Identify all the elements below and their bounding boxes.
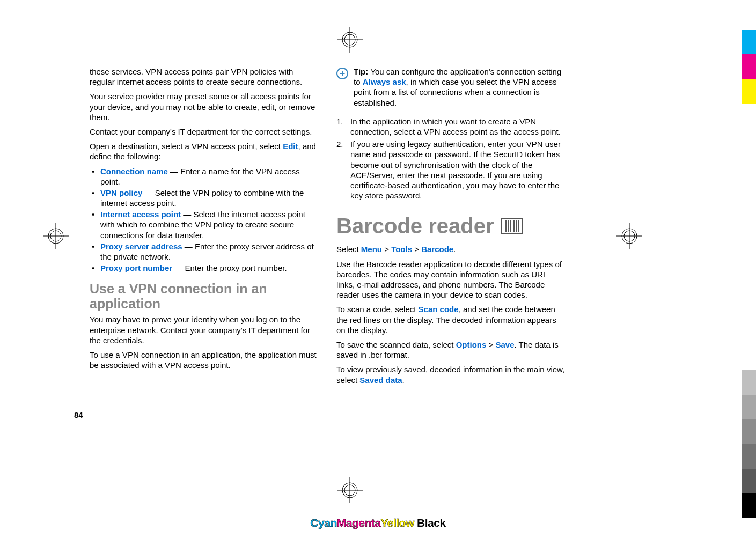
paragraph: Your service provider may preset some or…: [90, 91, 320, 122]
cyan-label: Cyan: [310, 517, 336, 529]
black-label: Black: [417, 517, 446, 529]
gray-swatch: [742, 469, 756, 493]
barcode-link: Barcode: [421, 245, 453, 254]
settings-list: Connection name — Enter a name for the V…: [90, 166, 320, 274]
register-mark-icon: [43, 223, 69, 249]
text: >: [486, 340, 495, 349]
paragraph: You may have to prove your identity when…: [90, 314, 320, 345]
list-item: 1.In the application in which you want t…: [336, 116, 567, 137]
right-column: + Tip: You can configure the application…: [336, 67, 567, 389]
scan-code-link: Scan code: [419, 305, 459, 314]
gray-swatch: [742, 370, 756, 395]
always-ask-link: Always ask: [363, 77, 406, 86]
gray-swatch: [742, 395, 756, 419]
text: In the application in which you want to …: [350, 117, 561, 136]
text: .: [453, 245, 456, 254]
list-item: Connection name — Enter a name for the V…: [90, 166, 320, 187]
edit-link: Edit: [283, 142, 298, 151]
color-calibration-bars: [742, 30, 756, 104]
barcode-icon: [501, 218, 523, 234]
title-text: Barcode reader: [336, 212, 494, 240]
proxy-server-address-label: Proxy server address: [100, 242, 182, 251]
gray-swatch: [742, 444, 756, 469]
text: — Enter the proxy port number.: [172, 263, 287, 272]
left-column: these services. VPN access points pair V…: [90, 67, 320, 389]
gray-swatch: [742, 493, 756, 518]
saved-data-link: Saved data: [359, 375, 402, 385]
text: Open a destination, select a VPN access …: [90, 142, 283, 151]
text: To save the scanned data, select: [336, 340, 456, 349]
gray-swatch: [742, 419, 756, 444]
vpn-policy-label: VPN policy: [100, 188, 142, 197]
step-number: 2.: [336, 139, 343, 149]
text: To scan a code, select: [336, 305, 419, 314]
page-number: 84: [74, 410, 83, 419]
paragraph: Open a destination, select a VPN access …: [90, 141, 320, 161]
save-link: Save: [495, 340, 514, 349]
paragraph: To view previously saved, decoded inform…: [336, 364, 567, 385]
color-swatch: [742, 30, 756, 54]
paragraph: Contact your company's IT department for…: [90, 127, 320, 137]
cmyk-label: CyanMagentaYellow Black: [310, 517, 445, 529]
proxy-port-number-label: Proxy port number: [100, 263, 172, 272]
tip-block: + Tip: You can configure the application…: [336, 67, 567, 112]
list-item: Proxy server address — Enter the proxy s…: [90, 241, 320, 262]
color-swatch: [742, 79, 756, 104]
text: .: [402, 375, 405, 385]
paragraph: these services. VPN access points pair V…: [90, 67, 320, 87]
yellow-label: Yellow: [380, 517, 414, 529]
register-mark-icon: [337, 477, 363, 503]
list-item: Internet access point — Select the inter…: [90, 209, 320, 240]
magenta-label: Magenta: [337, 517, 381, 529]
manual-page: these services. VPN access points pair V…: [49, 32, 650, 440]
steps-list: 1.In the application in which you want t…: [336, 116, 567, 201]
text: If you are using legacy authentication, …: [350, 139, 561, 200]
internet-access-point-label: Internet access point: [100, 210, 181, 219]
register-mark-icon: [337, 27, 363, 53]
options-link: Options: [456, 340, 487, 349]
tip-text: Tip: You can configure the application's…: [354, 67, 567, 108]
connection-name-label: Connection name: [100, 167, 168, 176]
text: >: [412, 245, 421, 254]
tip-icon: +: [336, 68, 348, 79]
paragraph: To use a VPN connection in an applicatio…: [90, 350, 320, 370]
paragraph: Select Menu > Tools > Barcode.: [336, 244, 567, 254]
color-swatch: [742, 54, 756, 79]
list-item: VPN policy — Select the VPN policy to co…: [90, 188, 320, 208]
list-item: Proxy port number — Enter the proxy port…: [90, 263, 320, 273]
menu-link: Menu: [361, 245, 382, 254]
register-mark-icon: [616, 223, 642, 249]
content-area: these services. VPN access points pair V…: [90, 67, 567, 389]
gray-calibration-bars: [742, 370, 756, 518]
paragraph: Use the Barcode reader application to de…: [336, 259, 567, 300]
tools-link: Tools: [391, 245, 412, 254]
list-item: 2.If you are using legacy authentication…: [336, 139, 567, 201]
section-heading-vpn-app: Use a VPN connection in an application: [90, 282, 320, 311]
text: >: [382, 245, 391, 254]
tip-label: Tip:: [354, 67, 370, 76]
barcode-reader-heading: Barcode reader: [336, 212, 567, 240]
paragraph: To save the scanned data, select Options…: [336, 340, 567, 360]
step-number: 1.: [336, 116, 343, 127]
paragraph: To scan a code, select Scan code, and se…: [336, 304, 567, 335]
text: Select: [336, 245, 361, 254]
